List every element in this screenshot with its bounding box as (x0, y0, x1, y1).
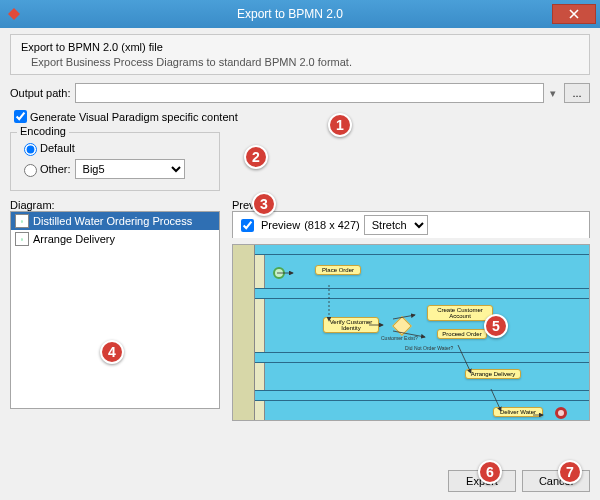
diagram-item[interactable]: ◦ Distilled Water Ordering Process (11, 212, 219, 230)
generate-specific-checkbox[interactable] (14, 110, 27, 123)
browse-button[interactable]: ... (564, 83, 590, 103)
preview-dims: (818 x 427) (304, 219, 360, 231)
encoding-other-radio[interactable] (24, 164, 37, 177)
preview-checkbox[interactable] (241, 219, 254, 232)
encoding-other-label: Other: (40, 163, 71, 175)
generate-specific-label: Generate Visual Paradigm specific conten… (30, 111, 238, 123)
annotation-badge: 2 (244, 145, 268, 169)
encoding-default-label: Default (40, 142, 75, 154)
svg-marker-0 (8, 8, 20, 20)
window-title: Export to BPMN 2.0 (28, 7, 552, 21)
encoding-legend: Encoding (17, 125, 69, 137)
preview-check-label: Preview (261, 219, 300, 231)
header-box: Export to BPMN 2.0 (xml) file Export Bus… (10, 34, 590, 75)
preview-label: Preview (232, 199, 590, 211)
output-path-label: Output path: (10, 87, 71, 99)
diagram-item-label: Distilled Water Ordering Process (33, 215, 192, 227)
diagram-item-label: Arrange Delivery (33, 233, 115, 245)
header-title: Export to BPMN 2.0 (xml) file (21, 41, 579, 53)
output-path-input[interactable] (75, 83, 544, 103)
cancel-button[interactable]: Cancel (522, 470, 590, 492)
header-desc: Export Business Process Diagrams to stan… (31, 56, 579, 68)
diagram-list[interactable]: ◦ Distilled Water Ordering Process ◦ Arr… (10, 211, 220, 409)
preview-canvas: Place Order Verify Customer Identity Cre… (232, 244, 590, 421)
encoding-other-select[interactable]: Big5 (75, 159, 185, 179)
export-button[interactable]: Export (448, 470, 516, 492)
diagram-label: Diagram: (10, 199, 220, 211)
bpmn-icon: ◦ (15, 232, 29, 246)
dropdown-icon[interactable]: ▾ (545, 87, 561, 100)
encoding-default-radio[interactable] (24, 143, 37, 156)
encoding-fieldset: Encoding Default Other: Big5 (10, 132, 220, 191)
app-icon (6, 6, 22, 22)
close-button[interactable] (552, 4, 596, 24)
bpmn-icon: ◦ (15, 214, 29, 228)
diagram-item[interactable]: ◦ Arrange Delivery (11, 230, 219, 248)
preview-mode-select[interactable]: Stretch (364, 215, 428, 235)
